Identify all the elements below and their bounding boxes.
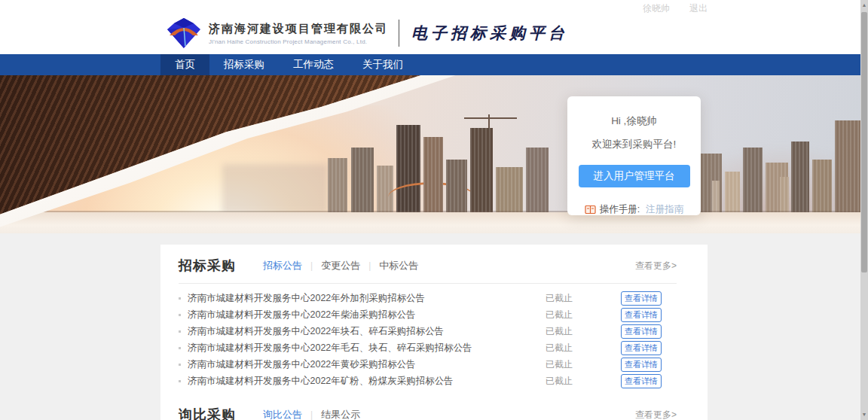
status-badge: 已截止: [546, 375, 621, 388]
building: [791, 142, 809, 214]
bidding-more-link[interactable]: 查看更多>: [635, 260, 677, 272]
bullet-icon: [179, 314, 181, 316]
welcome-text: 欢迎来到采购平台!: [567, 138, 701, 151]
inquiry-section-header: 询比采购 询比公告 | 结果公示 查看更多>: [179, 394, 677, 420]
tab-separator: |: [310, 260, 313, 271]
bullet-icon: [179, 330, 181, 333]
announcement-link[interactable]: 济南市城建材料开发服务中心2022年柴油采购招标公告: [188, 309, 546, 321]
nav-item-about[interactable]: 关于我们: [348, 54, 417, 75]
list-item: 济南市城建材料开发服务中心2022年柴油采购招标公告 已截止 查看详情: [179, 306, 677, 323]
status-badge: 已截止: [546, 292, 621, 305]
building: [712, 181, 720, 214]
status-badge: 已截止: [546, 309, 621, 321]
list-item: 济南市城建材料开发服务中心2022年黄砂采购招标公告 已截止 查看详情: [179, 356, 677, 373]
status-badge: 已截止: [546, 358, 621, 371]
building: [470, 128, 493, 212]
view-detail-button[interactable]: 查看详情: [621, 374, 662, 388]
bullet-icon: [179, 364, 181, 366]
bullet-icon: [179, 297, 181, 300]
inquiry-section-title: 询比采购: [179, 406, 236, 420]
bullet-icon: [179, 380, 181, 382]
scroll-up-icon[interactable]: ▲: [860, 0, 868, 11]
announcement-link[interactable]: 济南市城建材料开发服务中心2022年矿粉、粉煤灰采购招标公告: [188, 375, 546, 388]
nav-item-bidding[interactable]: 招标采购: [209, 54, 279, 75]
nav-item-news[interactable]: 工作动态: [279, 54, 348, 75]
tab-bid-announcement[interactable]: 招标公告: [263, 259, 302, 272]
building: [377, 166, 393, 212]
manual-row: 操作手册: 注册指南: [567, 203, 701, 216]
list-item: 济南市城建材料开发服务中心2022年矿粉、粉煤灰采购招标公告 已截止 查看详情: [179, 373, 677, 389]
status-badge: 已截止: [546, 342, 621, 355]
view-detail-button[interactable]: 查看详情: [621, 358, 662, 372]
manual-book-icon: [585, 205, 596, 215]
welcome-card: Hi ,徐晓帅 欢迎来到采购平台! 进入用户管理平台 操作手册: 注册指南: [567, 96, 701, 215]
building: [496, 167, 523, 212]
view-detail-button[interactable]: 查看详情: [621, 308, 662, 322]
announcement-link[interactable]: 济南市城建材料开发服务中心2022年毛石、块石、碎石采购招标公告: [188, 342, 546, 355]
hero-haze: [222, 164, 328, 214]
platform-title: 电子招标采购平台: [411, 23, 568, 44]
inquiry-tabs: 询比公告 | 结果公示: [263, 408, 360, 420]
enter-platform-button[interactable]: 进入用户管理平台: [579, 165, 690, 187]
tab-change-announcement[interactable]: 变更公告: [321, 259, 360, 272]
announcement-link[interactable]: 济南市城建材料开发服务中心2022年外加剂采购招标公告: [188, 292, 546, 305]
greeting-text: Hi ,徐晓帅: [567, 114, 701, 128]
list-item: 济南市城建材料开发服务中心2022年块石、碎石采购招标公告 已截止 查看详情: [179, 323, 677, 339]
scrollbar-thumb[interactable]: [861, 12, 867, 272]
company-name-block: 济南海河建设项目管理有限公司 Ji'nan Haihe Construction…: [209, 22, 388, 45]
scroll-down-icon[interactable]: ▼: [860, 409, 868, 420]
bidding-list: 济南市城建材料开发服务中心2022年外加剂采购招标公告 已截止 查看详情 济南市…: [179, 284, 677, 389]
building: [328, 158, 347, 212]
building: [396, 125, 420, 212]
announcement-link[interactable]: 济南市城建材料开发服务中心2022年块石、碎石采购招标公告: [188, 325, 546, 338]
bidding-section-header: 招标采购 招标公告 | 变更公告 | 中标公告 查看更多>: [179, 245, 677, 284]
tab-award-announcement[interactable]: 中标公告: [379, 259, 418, 272]
content-panel: 招标采购 招标公告 | 变更公告 | 中标公告 查看更多> 济南市城建材料开发服…: [160, 245, 708, 420]
announcement-link[interactable]: 济南市城建材料开发服务中心2022年黄砂采购招标公告: [188, 358, 546, 371]
building: [812, 160, 832, 214]
tab-inquiry-announcement[interactable]: 询比公告: [263, 408, 302, 420]
building: [351, 148, 374, 212]
building: [780, 177, 789, 214]
view-detail-button[interactable]: 查看详情: [621, 291, 662, 306]
company-name-cn: 济南海河建设项目管理有限公司: [209, 22, 388, 36]
crane-icon: [464, 117, 517, 119]
tab-separator: |: [368, 260, 371, 271]
inquiry-more-link[interactable]: 查看更多>: [635, 409, 677, 420]
register-guide-link[interactable]: 注册指南: [646, 203, 683, 216]
view-detail-button[interactable]: 查看详情: [621, 341, 662, 355]
nav-item-home[interactable]: 首页: [160, 54, 209, 75]
building: [725, 172, 740, 214]
building: [423, 137, 443, 212]
topbar: 徐晓帅 退出: [0, 0, 868, 12]
status-badge: 已截止: [546, 325, 621, 338]
bullet-icon: [179, 347, 181, 349]
manual-label: 操作手册:: [600, 203, 640, 216]
header: 济南海河建设项目管理有限公司 Ji'nan Haihe Construction…: [0, 12, 868, 54]
bidding-section-title: 招标采购: [179, 257, 236, 275]
bidding-tabs: 招标公告 | 变更公告 | 中标公告: [263, 259, 418, 272]
tab-result-publicity[interactable]: 结果公示: [321, 408, 360, 420]
building: [446, 160, 467, 212]
company-name-en: Ji'nan Haihe Construction Project Manage…: [209, 38, 388, 45]
company-logo-icon: [167, 17, 201, 49]
scrollbar[interactable]: ▲ ▼: [860, 0, 868, 420]
building: [743, 148, 763, 214]
list-item: 济南市城建材料开发服务中心2022年毛石、块石、碎石采购招标公告 已截止 查看详…: [179, 339, 677, 356]
hero-banner: Hi ,徐晓帅 欢迎来到采购平台! 进入用户管理平台 操作手册: 注册指南: [0, 75, 868, 233]
tab-separator: |: [310, 409, 313, 420]
main-nav: 首页 招标采购 工作动态 关于我们: [0, 54, 868, 75]
view-detail-button[interactable]: 查看详情: [621, 324, 662, 339]
building: [526, 148, 549, 212]
header-divider: [399, 20, 399, 47]
list-item: 济南市城建材料开发服务中心2022年外加剂采购招标公告 已截止 查看详情: [179, 290, 677, 306]
water: [0, 212, 868, 233]
content-area: 招标采购 招标公告 | 变更公告 | 中标公告 查看更多> 济南市城建材料开发服…: [0, 233, 868, 420]
